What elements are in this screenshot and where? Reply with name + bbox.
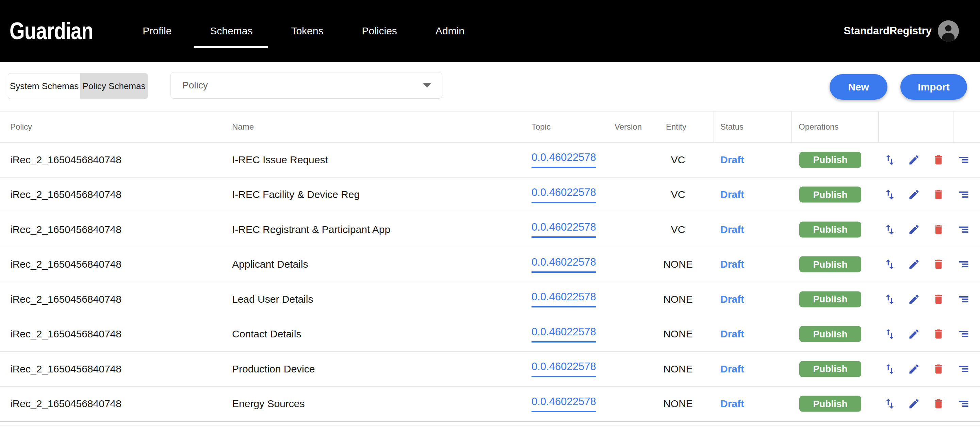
delete-icon[interactable] (932, 363, 945, 375)
delete-icon[interactable] (932, 258, 945, 270)
top-header: Guardian Profile Schemas Tokens Policies… (0, 0, 980, 62)
status-badge: Draft (721, 282, 744, 317)
cell-entity: NONE (652, 282, 705, 317)
edit-icon[interactable] (908, 223, 920, 236)
edit-icon[interactable] (908, 258, 920, 270)
edit-icon[interactable] (908, 188, 920, 201)
publish-button[interactable]: Publish (799, 361, 861, 377)
topic-link[interactable]: 0.0.46022578 (531, 387, 596, 421)
nav-item-tokens[interactable]: Tokens (291, 25, 323, 37)
topic-link[interactable]: 0.0.46022578 (531, 178, 596, 212)
nav-item-admin[interactable]: Admin (436, 25, 465, 37)
cell-entity: NONE (652, 247, 705, 282)
cell-name: I-REC Registrant & Participant App (232, 212, 390, 247)
segment-tree-icon[interactable] (958, 223, 970, 236)
status-badge: Draft (721, 178, 744, 212)
edit-icon[interactable] (908, 293, 920, 305)
segment-tree-icon[interactable] (958, 397, 970, 410)
tab-policy-schemas[interactable]: Policy Schemas (80, 73, 148, 99)
guardian-logo: Guardian (10, 17, 93, 45)
table-row: iRec_2_1650456840748 Lead User Details 0… (0, 282, 980, 317)
publish-button[interactable]: Publish (799, 326, 861, 342)
edit-icon[interactable] (908, 154, 920, 166)
publish-button[interactable]: Publish (799, 221, 861, 237)
cell-name: Contact Details (232, 317, 301, 352)
segment-tree-icon[interactable] (958, 363, 970, 375)
reorder-arrows-icon[interactable] (883, 188, 896, 201)
nav-item-profile[interactable]: Profile (143, 25, 172, 37)
segment-tree-icon[interactable] (958, 188, 970, 201)
status-badge: Draft (721, 352, 744, 386)
column-header-version: Version (614, 111, 642, 142)
edit-icon[interactable] (908, 328, 920, 340)
policy-filter-label: Policy (182, 80, 208, 91)
table-row: iRec_2_1650456840748 Production Device 0… (0, 352, 980, 387)
status-badge: Draft (721, 143, 744, 177)
chevron-down-icon (423, 83, 431, 88)
publish-button[interactable]: Publish (799, 396, 861, 412)
cell-name: Applicant Details (232, 247, 308, 282)
status-badge: Draft (721, 317, 744, 352)
cell-entity: VC (652, 178, 705, 212)
cell-name: I-REC Issue Request (232, 143, 328, 177)
cell-entity: NONE (652, 317, 705, 352)
edit-icon[interactable] (908, 363, 920, 375)
delete-icon[interactable] (932, 223, 945, 236)
column-header-policy: Policy (10, 111, 32, 142)
cell-name: Energy Sources (232, 387, 305, 421)
import-button[interactable]: Import (900, 74, 967, 100)
cell-name: Production Device (232, 352, 315, 386)
cell-entity: VC (652, 212, 705, 247)
delete-icon[interactable] (932, 154, 945, 166)
publish-button[interactable]: Publish (799, 291, 861, 307)
segment-tree-icon[interactable] (958, 328, 970, 340)
nav-item-schemas[interactable]: Schemas (210, 25, 253, 37)
header-user-area: StandardRegistry (844, 21, 959, 41)
column-header-entity: Entity (666, 111, 686, 142)
new-button[interactable]: New (830, 74, 888, 100)
publish-button[interactable]: Publish (799, 187, 861, 203)
reorder-arrows-icon[interactable] (883, 153, 896, 166)
topic-link[interactable]: 0.0.46022578 (531, 282, 596, 317)
table-row: iRec_2_1650456840748 I-REC Issue Request… (0, 143, 980, 178)
segment-tree-icon[interactable] (958, 258, 970, 270)
reorder-arrows-icon[interactable] (883, 397, 896, 410)
reorder-arrows-icon[interactable] (883, 293, 896, 306)
user-name: StandardRegistry (844, 25, 932, 37)
topic-link[interactable]: 0.0.46022578 (531, 212, 596, 247)
edit-icon[interactable] (908, 397, 920, 410)
delete-icon[interactable] (932, 188, 945, 201)
user-avatar-icon[interactable] (938, 21, 959, 41)
reorder-arrows-icon[interactable] (883, 362, 896, 375)
main-nav: Profile Schemas Tokens Policies Admin (143, 25, 465, 37)
cell-policy: iRec_2_1650456840748 (10, 317, 121, 352)
topic-link[interactable]: 0.0.46022578 (531, 143, 596, 177)
reorder-arrows-icon[interactable] (883, 258, 896, 271)
reorder-arrows-icon[interactable] (883, 327, 896, 340)
status-badge: Draft (721, 387, 744, 421)
cell-policy: iRec_2_1650456840748 (10, 143, 121, 177)
column-header-name: Name (232, 111, 254, 142)
delete-icon[interactable] (932, 397, 945, 410)
cell-entity: VC (652, 143, 705, 177)
column-header-status: Status (721, 111, 743, 142)
cell-entity: NONE (652, 387, 705, 421)
topic-link[interactable]: 0.0.46022578 (531, 247, 596, 282)
topic-link[interactable]: 0.0.46022578 (531, 352, 596, 386)
delete-icon[interactable] (932, 328, 945, 340)
reorder-arrows-icon[interactable] (883, 223, 896, 236)
delete-icon[interactable] (932, 293, 945, 305)
publish-button[interactable]: Publish (799, 256, 861, 272)
guardian-app: Guardian Profile Schemas Tokens Policies… (0, 0, 980, 434)
cell-policy: iRec_2_1650456840748 (10, 178, 121, 212)
publish-button[interactable]: Publish (799, 152, 861, 168)
nav-item-policies[interactable]: Policies (362, 25, 397, 37)
policy-filter-dropdown[interactable]: Policy (170, 72, 442, 99)
segment-tree-icon[interactable] (958, 154, 970, 166)
cell-policy: iRec_2_1650456840748 (10, 212, 121, 247)
topic-link[interactable]: 0.0.46022578 (531, 317, 596, 352)
status-badge: Draft (721, 212, 744, 247)
segment-tree-icon[interactable] (958, 293, 970, 305)
table-row: iRec_2_1650456840748 I-REC Registrant & … (0, 212, 980, 247)
tab-system-schemas[interactable]: System Schemas (8, 73, 80, 99)
